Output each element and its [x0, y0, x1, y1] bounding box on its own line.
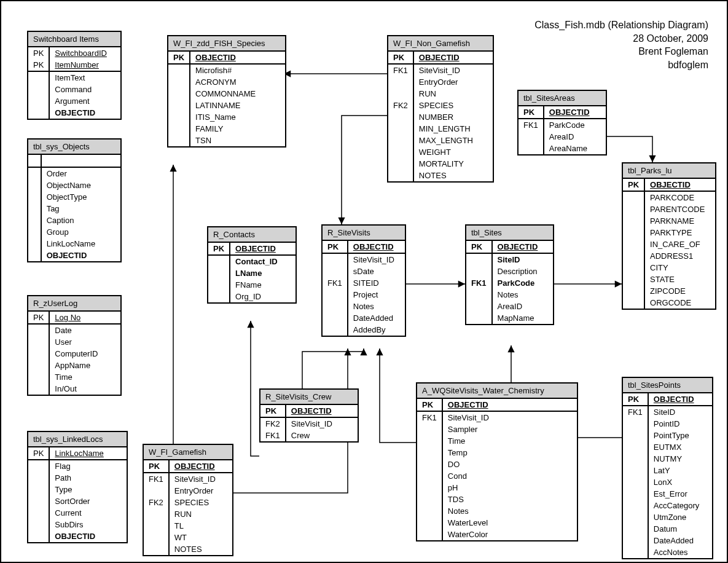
header-userid: bdfoglem [534, 58, 708, 72]
entity-title: R_zUserLog [28, 296, 120, 312]
entity-title: Switchboard Items [28, 32, 120, 47]
entity-sitevisits: R_SiteVisits PKOBJECTID SiteVisit_ID sDa… [321, 224, 406, 337]
diagram-canvas: Class_Fish.mdb (Relationship Diagram) 28… [0, 0, 728, 563]
entity-title: W_FI_Gamefish [144, 445, 232, 460]
entity-sites: tbl_Sites PKOBJECTID SiteID Description … [465, 224, 554, 325]
entity-parks: tbl_Parks_lu PKOBJECTID PARKCODE PARENTC… [622, 162, 716, 310]
entity-title: tbl_SitesPoints [623, 378, 712, 393]
entity-crew: R_SiteVisits_Crew PKOBJECTID FK2SiteVisi… [259, 388, 359, 443]
entity-sitespoints: tbl_SitesPoints PKOBJECTID FK1SiteID Poi… [622, 377, 713, 559]
entity-linkedlocs: tbl_sys_LinkedLocs PKLinkLocName Flag Pa… [27, 431, 128, 543]
entity-sys-objects: tbl_sys_Objects Order ObjectName ObjectT… [27, 138, 122, 262]
entity-title: W_FI_zdd_FISH_Species [168, 36, 285, 52]
entity-title: R_SiteVisits [323, 226, 405, 241]
entity-title: W_FI_Non_Gamefish [388, 36, 493, 52]
entity-gamefish: W_FI_Gamefish PKOBJECTID FK1SiteVisit_ID… [143, 444, 233, 556]
entity-title: R_SiteVisits_Crew [260, 390, 358, 405]
header-date: 28 October, 2009 [534, 32, 708, 45]
entity-title: R_Contacts [208, 227, 296, 243]
entity-switchboard-items: Switchboard Items PKSwitchboardID PKItem… [27, 31, 122, 120]
entity-title: tbl_Sites [466, 226, 553, 241]
entity-title: tbl_sys_LinkedLocs [28, 432, 127, 447]
entity-wq-chemistry: A_WQSiteVisits_Water_Chemistry PKOBJECTI… [416, 382, 578, 541]
entity-title: tbl_SitesAreas [519, 91, 606, 106]
entity-title: A_WQSiteVisits_Water_Chemistry [417, 384, 577, 399]
header-title: Class_Fish.mdb (Relationship Diagram) [534, 18, 708, 32]
entity-sitesareas: tbl_SitesAreas PKOBJECTID FK1ParkCode Ar… [517, 90, 607, 156]
entity-title: tbl_Parks_lu [623, 163, 715, 179]
entity-zuserlog: R_zUserLog PKLog No Date User ComputerID… [27, 295, 122, 396]
diagram-header: Class_Fish.mdb (Relationship Diagram) 28… [534, 18, 708, 71]
entity-contacts: R_Contacts PKOBJECTID Contact_ID LName F… [207, 226, 297, 304]
entity-nongamefish: W_FI_Non_Gamefish PKOBJECTID FK1SiteVisi… [387, 35, 494, 183]
entity-zdd-species: W_FI_zdd_FISH_Species PKOBJECTID Microfi… [167, 35, 286, 148]
entity-title: tbl_sys_Objects [28, 140, 120, 155]
header-author: Brent Fogleman [534, 45, 708, 58]
